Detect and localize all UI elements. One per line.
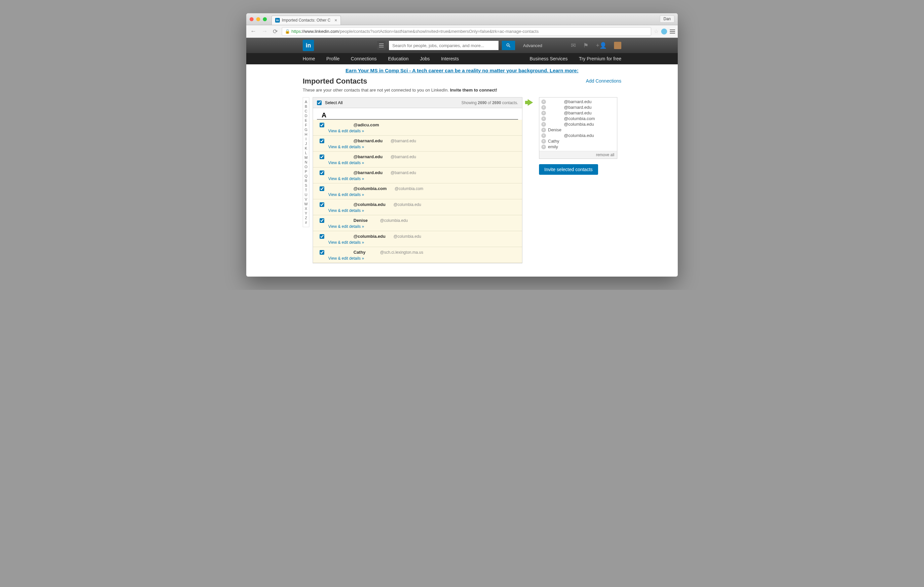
contact-name: Cathy [353, 250, 372, 255]
contact-checkbox[interactable] [320, 186, 324, 191]
contact-checkbox[interactable] [320, 202, 324, 207]
messages-icon[interactable]: ✉ [571, 42, 576, 49]
apps-grip-icon[interactable] [377, 41, 386, 50]
az-letter[interactable]: S [303, 183, 309, 188]
az-letter[interactable]: B [303, 104, 309, 109]
contact-checkbox[interactable] [320, 234, 324, 239]
az-letter[interactable]: G [303, 127, 309, 132]
forward-button-icon[interactable]: → [260, 28, 269, 35]
tab-close-icon[interactable]: × [335, 18, 337, 23]
selected-label: @barnard.edu [548, 99, 591, 104]
az-letter[interactable]: X [303, 206, 309, 211]
view-edit-link[interactable]: View & edit details » [328, 192, 518, 197]
view-edit-link[interactable]: View & edit details » [328, 224, 518, 229]
bookmark-star-icon[interactable]: ☆ [654, 28, 658, 35]
linkedin-nav: Home Profile Connections Education Jobs … [246, 53, 678, 64]
invite-selected-button[interactable]: Invite selected contacts [539, 164, 598, 175]
az-letter[interactable]: V [303, 197, 309, 202]
az-letter[interactable]: O [303, 164, 309, 169]
view-edit-link[interactable]: View & edit details » [328, 208, 518, 213]
contact-row: @adicu.com View & edit details » [313, 120, 522, 136]
nav-connections[interactable]: Connections [351, 56, 377, 61]
url-scheme: https [291, 29, 301, 34]
nav-profile[interactable]: Profile [326, 56, 340, 61]
selected-label: @columbia.edu [548, 133, 594, 138]
contact-row: @barnard.edu @barnard.edu View & edit de… [313, 168, 522, 183]
linkedin-header: in Advanced ✉ ⚑ +👤 [246, 38, 678, 53]
nav-interests[interactable]: Interests [441, 56, 459, 61]
back-button-icon[interactable]: ← [249, 28, 257, 35]
search-input[interactable] [389, 41, 498, 50]
contact-row: @columbia.com @columbia.com View & edit … [313, 183, 522, 199]
advanced-search-link[interactable]: Advanced [523, 43, 542, 48]
remove-all-link[interactable]: remove all [540, 151, 617, 158]
az-letter[interactable]: A [303, 99, 309, 104]
view-edit-link[interactable]: View & edit details » [328, 256, 518, 261]
reload-button-icon[interactable]: ⟳ [272, 28, 279, 35]
az-letter[interactable]: F [303, 123, 309, 127]
chrome-menu-icon[interactable] [670, 28, 675, 35]
view-edit-link[interactable]: View & edit details » [328, 161, 518, 165]
az-letter[interactable]: K [303, 146, 309, 151]
user-avatar-icon[interactable] [614, 42, 621, 49]
az-letter[interactable]: J [303, 141, 309, 146]
az-letter[interactable]: U [303, 192, 309, 197]
az-letter[interactable]: R [303, 178, 309, 183]
view-edit-link[interactable]: View & edit details » [328, 145, 518, 149]
remove-item-icon[interactable]: × [541, 99, 546, 104]
az-letter[interactable]: N [303, 160, 309, 164]
browser-tab[interactable]: in Imported Contacts: Other C × [272, 16, 341, 25]
az-letter[interactable]: T [303, 188, 309, 192]
add-connections-link[interactable]: Add Connections [586, 78, 621, 84]
search-button[interactable] [502, 41, 515, 50]
contact-checkbox[interactable] [320, 218, 324, 223]
az-letter[interactable]: # [303, 220, 309, 225]
chrome-user-button[interactable]: Dan [660, 15, 675, 23]
az-letter[interactable]: P [303, 169, 309, 174]
az-letter[interactable]: H [303, 132, 309, 136]
ad-link[interactable]: Earn Your MS in Comp Sci - A tech career… [345, 67, 579, 73]
close-window-icon[interactable] [249, 17, 254, 21]
remove-item-icon[interactable]: × [541, 128, 546, 132]
az-letter[interactable]: I [303, 136, 309, 141]
select-all-checkbox[interactable] [317, 100, 322, 105]
contact-checkbox[interactable] [320, 155, 324, 159]
az-letter[interactable]: C [303, 109, 309, 113]
remove-item-icon[interactable]: × [541, 133, 546, 138]
selected-label: @columbia.edu [548, 122, 594, 127]
contact-checkbox[interactable] [320, 139, 324, 143]
remove-item-icon[interactable]: × [541, 117, 546, 121]
view-edit-link[interactable]: View & edit details » [328, 176, 518, 181]
nav-business-services[interactable]: Business Services [530, 56, 568, 61]
az-letter[interactable]: M [303, 155, 309, 160]
add-user-icon[interactable]: +👤 [596, 42, 607, 49]
az-letter[interactable]: D [303, 113, 309, 118]
az-letter[interactable]: Z [303, 215, 309, 220]
nav-home[interactable]: Home [303, 56, 315, 61]
contact-checkbox[interactable] [320, 171, 324, 175]
page-content: Earn Your MS in Comp Sci - A tech career… [246, 64, 678, 276]
az-letter[interactable]: W [303, 202, 309, 206]
nav-jobs[interactable]: Jobs [420, 56, 430, 61]
minimize-window-icon[interactable] [256, 17, 260, 21]
remove-item-icon[interactable]: × [541, 122, 546, 127]
nav-education[interactable]: Education [388, 56, 409, 61]
remove-item-icon[interactable]: × [541, 145, 546, 149]
remove-item-icon[interactable]: × [541, 111, 546, 115]
extension-icon[interactable] [661, 28, 667, 35]
maximize-window-icon[interactable] [263, 17, 267, 21]
az-letter[interactable]: Y [303, 211, 309, 215]
contact-checkbox[interactable] [320, 250, 324, 255]
az-letter[interactable]: Q [303, 174, 309, 178]
contact-checkbox[interactable] [320, 123, 324, 127]
nav-try-premium[interactable]: Try Premium for free [579, 56, 621, 61]
address-bar[interactable]: 🔒 https://www.linkedin.com/people/contac… [282, 27, 651, 36]
az-letter[interactable]: L [303, 151, 309, 155]
remove-item-icon[interactable]: × [541, 139, 546, 144]
linkedin-logo-icon[interactable]: in [303, 40, 314, 51]
az-letter[interactable]: E [303, 118, 309, 123]
flag-icon[interactable]: ⚑ [583, 42, 589, 49]
remove-item-icon[interactable]: × [541, 105, 546, 110]
view-edit-link[interactable]: View & edit details » [328, 129, 518, 133]
view-edit-link[interactable]: View & edit details » [328, 240, 518, 245]
